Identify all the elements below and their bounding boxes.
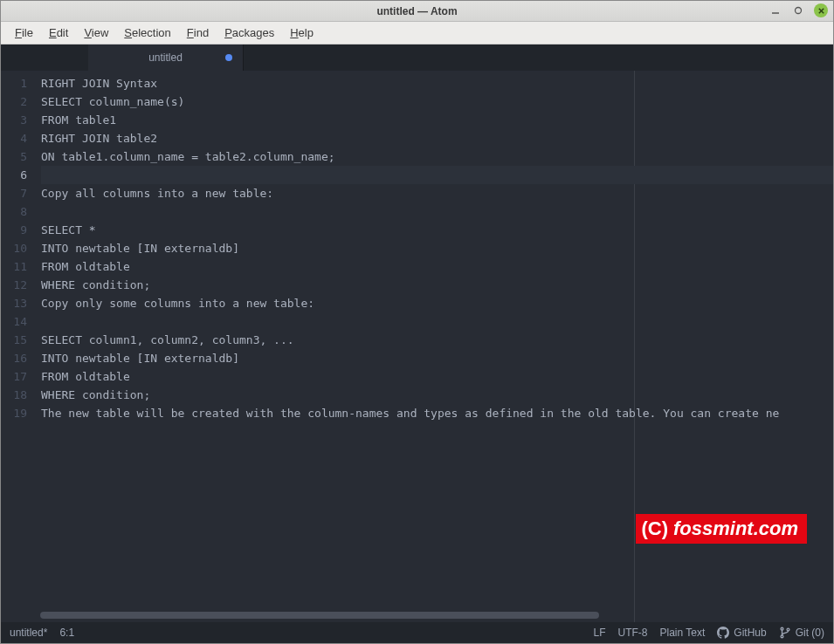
code-line[interactable]: SELECT column_name(s) <box>41 92 833 111</box>
line-number: 7 <box>1 184 27 202</box>
menu-view[interactable]: View <box>77 24 115 42</box>
maximize-button[interactable] <box>791 3 805 17</box>
status-encoding[interactable]: UTF-8 <box>617 627 647 639</box>
line-number-gutter: 12345678910111213141516171819 <box>1 71 36 622</box>
github-icon <box>717 627 729 639</box>
line-number: 16 <box>1 349 27 367</box>
code-line[interactable]: RIGHT JOIN table2 <box>41 129 833 147</box>
app-window: untitled — Atom File Edit View Selection… <box>0 0 834 644</box>
line-number: 19 <box>1 404 27 422</box>
status-grammar[interactable]: Plain Text <box>659 627 705 639</box>
status-line-ending[interactable]: LF <box>593 627 605 639</box>
code-line[interactable]: RIGHT JOIN Syntax <box>41 74 833 92</box>
watermark-text: fossmint.com <box>673 517 798 540</box>
svg-point-1 <box>796 8 802 14</box>
menu-help[interactable]: Help <box>283 24 321 42</box>
watermark-copyright: (C) <box>641 517 668 540</box>
git-branch-icon <box>779 627 791 639</box>
editor-area: untitled 12345678910111213141516171819 R… <box>1 45 833 622</box>
code-line[interactable]: INTO newtable [IN externaldb] <box>41 349 833 367</box>
line-number: 13 <box>1 294 27 312</box>
tab-title: untitled <box>148 51 183 64</box>
scrollbar-thumb[interactable] <box>40 612 599 619</box>
line-number: 9 <box>1 221 27 239</box>
code-line[interactable]: ON table1.column_name = table2.column_na… <box>41 147 833 166</box>
status-filename[interactable]: untitled* <box>10 627 47 639</box>
code-line[interactable]: SELECT * <box>41 221 833 239</box>
menu-packages[interactable]: Packages <box>217 24 281 42</box>
code-line[interactable]: WHERE condition; <box>41 276 833 294</box>
line-number: 17 <box>1 367 27 386</box>
code-line[interactable] <box>41 202 833 221</box>
line-number: 3 <box>1 111 27 129</box>
code-line[interactable]: FROM oldtable <box>41 367 833 386</box>
tab-untitled[interactable]: untitled <box>88 45 244 71</box>
menu-find[interactable]: Find <box>180 24 216 42</box>
menubar: File Edit View Selection Find Packages H… <box>1 22 833 45</box>
code-line[interactable]: INTO newtable [IN externaldb] <box>41 239 833 257</box>
line-number: 5 <box>1 147 27 166</box>
status-git-label: Git (0) <box>796 627 824 639</box>
line-number: 18 <box>1 386 27 404</box>
line-number: 6 <box>1 166 27 184</box>
code-line[interactable]: FROM table1 <box>41 111 833 129</box>
titlebar: untitled — Atom <box>1 1 833 22</box>
line-number: 1 <box>1 74 27 92</box>
line-number: 12 <box>1 276 27 294</box>
svg-point-4 <box>781 627 783 630</box>
code-line[interactable]: FROM oldtable <box>41 257 833 276</box>
menu-file[interactable]: File <box>8 24 40 42</box>
menu-selection[interactable]: Selection <box>117 24 177 42</box>
code-line[interactable]: Copy all columns into a new table: <box>41 184 833 202</box>
tab-spacer <box>1 45 88 71</box>
code-line[interactable]: WHERE condition; <box>41 386 833 404</box>
line-number: 8 <box>1 202 27 221</box>
svg-point-5 <box>781 635 783 638</box>
horizontal-scrollbar[interactable] <box>40 612 828 620</box>
status-bar: untitled* 6:1 LF UTF-8 Plain Text GitHub… <box>1 622 833 643</box>
code-line[interactable] <box>41 312 833 331</box>
status-github-label: GitHub <box>734 627 766 639</box>
line-number: 10 <box>1 239 27 257</box>
menu-edit[interactable]: Edit <box>42 24 75 42</box>
tab-bar: untitled <box>1 45 833 71</box>
code-line[interactable]: SELECT column1, column2, column3, ... <box>41 331 833 349</box>
svg-point-6 <box>787 628 789 631</box>
close-button[interactable] <box>814 3 828 17</box>
window-controls <box>769 3 828 17</box>
watermark: (C) fossmint.com <box>636 514 807 544</box>
status-git[interactable]: Git (0) <box>779 627 824 639</box>
status-cursor-position[interactable]: 6:1 <box>59 627 74 639</box>
status-github[interactable]: GitHub <box>717 627 766 639</box>
modified-indicator-icon <box>225 54 232 61</box>
line-number: 15 <box>1 331 27 349</box>
code-line[interactable] <box>41 166 833 184</box>
line-number: 11 <box>1 257 27 276</box>
minimize-button[interactable] <box>769 3 782 17</box>
code-line[interactable]: The new table will be created with the c… <box>41 404 833 422</box>
line-number: 2 <box>1 92 27 111</box>
code-line[interactable]: Copy only some columns into a new table: <box>41 294 833 312</box>
line-number: 14 <box>1 312 27 331</box>
line-number: 4 <box>1 129 27 147</box>
window-title: untitled — Atom <box>1 5 833 17</box>
